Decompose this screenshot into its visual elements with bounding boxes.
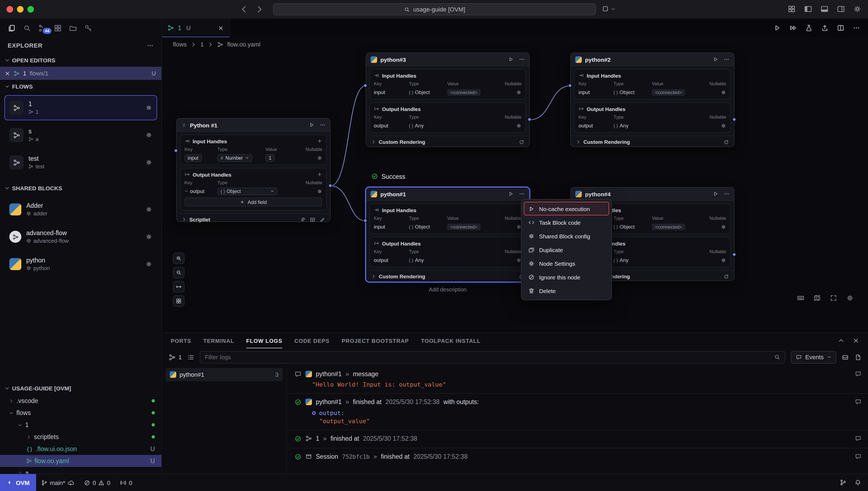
node-more-icon[interactable] (320, 122, 326, 128)
refresh-icon[interactable] (724, 139, 729, 145)
comment-icon[interactable] (855, 453, 862, 460)
flows-section-header[interactable]: FLOWS (0, 80, 161, 93)
tree-item-flows[interactable]: flows (0, 407, 161, 419)
toggle-sidebar-left-icon[interactable] (804, 5, 812, 13)
zoom-out-button[interactable] (173, 267, 185, 278)
menu-item-task-block-code[interactable]: Task Block code (524, 215, 609, 229)
drag-grip-icon[interactable] (181, 122, 187, 128)
navigate-forward-icon[interactable] (255, 5, 264, 14)
breadcrumb-file[interactable]: flow.oo.yaml (227, 41, 260, 48)
tree-item-flow-ui-json[interactable]: {} .flow.ui.oo.json U (0, 443, 161, 455)
tree-item-1[interactable]: 1 (0, 419, 161, 431)
run-node-icon[interactable] (712, 191, 718, 197)
shared-block-advanced-flow[interactable]: advanced-flow advanced-flow (4, 224, 157, 249)
close-editor-icon[interactable] (4, 70, 10, 76)
refresh-icon[interactable] (519, 139, 524, 145)
menu-item-no-cache-execution[interactable]: No-cache execution (524, 202, 609, 215)
node-header[interactable]: python#3 (366, 53, 529, 66)
menu-item-duplicate[interactable]: Duplicate (524, 243, 609, 256)
handle-settings-icon[interactable] (516, 224, 521, 229)
tab-flow-1[interactable]: 1 U (162, 19, 230, 37)
expand-output-icon[interactable] (185, 189, 188, 193)
handle-settings-icon[interactable] (721, 89, 726, 95)
log-source-python1[interactable]: python#1 3 (165, 368, 283, 381)
output-handle-dot[interactable] (328, 184, 332, 187)
minimize-window-button[interactable] (17, 6, 24, 12)
custom-rendering-row[interactable]: Custom Rendering (366, 136, 529, 148)
filter-logs-input[interactable] (205, 354, 770, 360)
handle-settings-icon[interactable] (317, 155, 322, 161)
tab-terminal[interactable]: TERMINAL (203, 333, 234, 348)
output-type-select[interactable]: { }Object (217, 187, 277, 195)
add-output-icon[interactable] (317, 172, 322, 177)
fit-view-button[interactable] (173, 281, 185, 292)
shared-block-python[interactable]: python python (4, 252, 157, 277)
customize-layout-icon[interactable] (788, 5, 796, 13)
run-node-icon[interactable] (712, 56, 718, 62)
input-handle-dot[interactable] (363, 84, 367, 87)
api-keys-view-icon[interactable] (84, 24, 92, 32)
block-settings-icon[interactable] (145, 261, 152, 267)
block-settings-icon[interactable] (145, 206, 152, 213)
log-list-view-icon[interactable] (187, 353, 194, 360)
input-handle-dot[interactable] (568, 84, 572, 87)
comment-icon[interactable] (855, 371, 862, 377)
refresh-icon[interactable] (724, 274, 729, 279)
input-handle-dot[interactable] (363, 219, 367, 223)
zoom-window-button[interactable] (27, 6, 34, 12)
flow-item-test[interactable]: test test (4, 150, 157, 175)
close-tab-icon[interactable] (218, 25, 224, 31)
tree-item-scriptlets[interactable]: scriptlets (0, 431, 161, 443)
edit-icon[interactable] (320, 217, 325, 222)
tree-item-vscode[interactable]: .vscode (0, 395, 161, 407)
tab-code-deps[interactable]: CODE DEPS (294, 333, 330, 348)
workspace-switcher[interactable] (602, 5, 616, 12)
tab-toolpack-install[interactable]: TOOLPACK INSTALL (421, 333, 481, 348)
run-flow-icon[interactable] (773, 24, 781, 32)
node-more-icon[interactable] (519, 191, 525, 197)
shared-blocks-header[interactable]: SHARED BLOCKS (0, 181, 161, 195)
comment-icon[interactable] (855, 435, 862, 442)
handle-settings-icon[interactable] (721, 257, 726, 263)
split-editor-icon[interactable] (837, 24, 844, 32)
export-icon[interactable] (821, 24, 829, 32)
menu-item-node-settings[interactable]: Node Settings (524, 256, 609, 270)
toggle-sidebar-right-icon[interactable] (837, 5, 845, 13)
minimap-icon[interactable] (813, 294, 821, 302)
events-dropdown[interactable]: Events (791, 351, 836, 363)
tab-project-bootstrap[interactable]: PROJECT BOOTSTRAP (342, 333, 409, 348)
node-header[interactable]: python#1 (366, 187, 529, 201)
log-entry-flow-finished[interactable]: 1 » finished at 2025/5/30 17:52:38 (287, 430, 868, 449)
add-input-icon[interactable] (317, 138, 322, 144)
run-node-icon[interactable] (309, 122, 315, 128)
log-entry-session-finished[interactable]: Session 752bfc1b » finished at 2025/5/30… (287, 449, 868, 466)
output-handle-dot[interactable] (732, 118, 736, 121)
handle-settings-icon[interactable] (721, 224, 726, 229)
maximize-panel-icon[interactable] (838, 337, 844, 344)
open-log-file-icon[interactable] (854, 353, 862, 360)
input-type-select[interactable]: #Number (217, 154, 252, 162)
explorer-view-icon[interactable] (8, 24, 16, 32)
feedback-icon[interactable] (840, 479, 847, 486)
flow-item-1[interactable]: 1 1 (4, 95, 157, 120)
remote-indicator[interactable]: OVM (0, 474, 36, 491)
close-window-button[interactable] (6, 6, 13, 12)
handle-settings-icon[interactable] (516, 257, 521, 263)
explorer-more-icon[interactable] (147, 42, 154, 49)
canvas-settings-icon[interactable] (846, 294, 854, 302)
run-node-icon[interactable] (508, 56, 514, 62)
node-header[interactable]: python#2 (571, 53, 734, 66)
test-flow-icon[interactable] (805, 24, 813, 32)
run-all-icon[interactable] (789, 24, 797, 32)
input-value-field[interactable]: 1 (266, 154, 275, 162)
node-python3[interactable]: python#3 Input Handles KeyTypeValueNulla… (365, 53, 530, 147)
breadcrumb-flows[interactable]: flows (173, 41, 187, 48)
output-handle-dot[interactable] (732, 253, 736, 256)
scriptlet-row[interactable]: Scriptlet (177, 213, 330, 225)
navigate-back-icon[interactable] (240, 5, 248, 14)
auto-layout-button[interactable] (173, 295, 185, 307)
workspace-header[interactable]: USAGE-GUIDE [OVM] (0, 382, 161, 395)
flow-settings-icon[interactable] (145, 105, 152, 111)
tree-item-a[interactable]: a (0, 467, 161, 473)
log-entry-node-finished[interactable]: python#1 » finished at 2025/5/30 17:52:3… (287, 394, 868, 430)
